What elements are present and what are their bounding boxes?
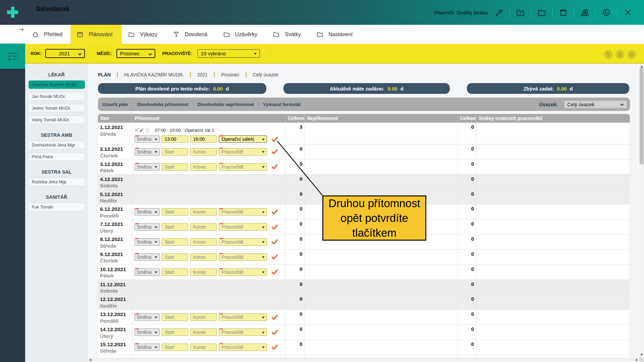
pracoviste-select[interactable]: 15 vybráno: [198, 49, 260, 58]
smena-select[interactable]: Směna: [135, 163, 160, 171]
start-input[interactable]: [162, 135, 188, 143]
tab-svatky[interactable]: Svátky: [267, 25, 310, 44]
filter-action-print-icon[interactable]: [615, 50, 625, 59]
pracoviste-select-cell[interactable]: Pracoviště: [219, 163, 267, 171]
konec-input[interactable]: [190, 238, 217, 246]
sidebar-item[interactable]: Fuk Tomáš: [29, 203, 85, 211]
sidebar-item[interactable]: Docházková Jana Mgr.: [29, 141, 85, 149]
konec-input[interactable]: [190, 163, 217, 171]
smena-select[interactable]: Směna: [135, 223, 160, 231]
scroll-right-icon[interactable]: [636, 359, 638, 361]
confirm-check-button[interactable]: [272, 136, 278, 142]
breadcrumb-item[interactable]: Prosinec: [221, 72, 239, 77]
pracoviste-select-cell[interactable]: Pracoviště: [219, 328, 267, 336]
pracoviste-select-cell[interactable]: Pracoviště: [219, 238, 267, 246]
breadcrumb-item[interactable]: HLAVIČKA KAZIMÍR MUDR.: [124, 72, 184, 77]
konec-input[interactable]: [190, 268, 217, 276]
smena-select[interactable]: Směna: [135, 344, 160, 351]
start-input[interactable]: [162, 328, 188, 336]
topbar-button-folder-icon[interactable]: [531, 0, 552, 25]
tab-nastaveni[interactable]: Nastavení: [310, 25, 362, 44]
scroll-left-icon[interactable]: [90, 359, 91, 361]
confirm-check-button[interactable]: [272, 254, 278, 260]
topbar-button-users-icon[interactable]: [574, 0, 595, 25]
smena-select[interactable]: Směna: [135, 148, 160, 156]
sidebar-item[interactable]: Pilná Petra: [29, 153, 85, 161]
smena-select[interactable]: Směna: [135, 238, 160, 246]
topbar-button-folder-note-icon[interactable]: N: [510, 0, 531, 25]
sidebar-item[interactable]: Ručička Jirka Mgr.: [29, 178, 85, 186]
sidebar-item[interactable]: Jan Novák MUDr.: [29, 92, 85, 101]
confirm-check-button[interactable]: [272, 314, 278, 320]
confirm-check-button[interactable]: [272, 344, 278, 351]
start-input[interactable]: [162, 344, 188, 351]
tab-prehled[interactable]: Přehled: [27, 25, 70, 44]
toolbar-button[interactable]: Dlouhodobá nepřítomnost: [193, 102, 259, 107]
uvazek-select[interactable]: Celý úvazek: [564, 101, 627, 108]
start-input[interactable]: [162, 208, 188, 216]
tab-dovolena[interactable]: Dovolená: [167, 25, 217, 44]
sidebar-item[interactable]: Jedno Tomáš MUDr.: [29, 104, 85, 112]
filter-action-filter-icon[interactable]: [604, 50, 613, 59]
pracoviste-select-cell[interactable]: Pracoviště: [219, 148, 267, 156]
start-input[interactable]: [162, 268, 188, 276]
konec-input[interactable]: [190, 135, 217, 143]
konec-input[interactable]: [190, 208, 217, 216]
confirm-check-button[interactable]: [272, 208, 278, 215]
topbar-button-window-icon[interactable]: [553, 0, 574, 25]
smena-select[interactable]: Směna: [135, 313, 160, 321]
konec-input[interactable]: [190, 313, 217, 321]
konec-input[interactable]: [190, 148, 217, 156]
pracoviste-select-cell[interactable]: Pracoviště: [219, 268, 267, 276]
pracoviste-select-cell[interactable]: Pracoviště: [219, 253, 267, 261]
tab-vykazy[interactable]: Výkazy: [122, 25, 167, 44]
sidebar-item[interactable]: Hlavička Kazimír MUDr.: [29, 80, 85, 89]
scroll-up-icon[interactable]: [640, 66, 643, 67]
horizontal-scrollbar[interactable]: [88, 358, 639, 362]
tab-uzaverky[interactable]: Uzávěrky: [217, 25, 267, 44]
pracoviste-select-cell[interactable]: Operační sálek: [219, 135, 267, 143]
toolbar-button[interactable]: Uzavřít plán: [98, 102, 132, 107]
start-input[interactable]: [162, 148, 188, 156]
smena-select[interactable]: Směna: [135, 253, 160, 261]
topbar-button-settings-icon[interactable]: [596, 0, 617, 25]
smena-select[interactable]: Směna: [135, 268, 160, 276]
confirm-check-button[interactable]: [272, 239, 278, 245]
pracoviste-select-cell[interactable]: Pracoviště: [219, 208, 267, 216]
start-input[interactable]: [162, 223, 188, 231]
topbar-button-close-icon[interactable]: [617, 0, 638, 25]
scroll-down-icon[interactable]: [640, 354, 643, 356]
filter-action-menu-icon[interactable]: [627, 50, 636, 59]
smena-select[interactable]: Směna: [135, 135, 160, 143]
konec-input[interactable]: [190, 223, 217, 231]
toolbar-button[interactable]: Vymazat formulář: [259, 102, 305, 107]
konec-input[interactable]: [190, 328, 217, 336]
confirm-check-button[interactable]: [272, 224, 278, 230]
pracoviste-select-cell[interactable]: Pracoviště: [219, 223, 267, 231]
konec-input[interactable]: [190, 253, 217, 261]
smena-select[interactable]: Směna: [135, 328, 160, 336]
breadcrumb-item[interactable]: Celý úvazek: [253, 72, 278, 77]
pracoviste-select-cell[interactable]: Pracoviště: [219, 313, 267, 321]
mesic-select[interactable]: Prosinec: [116, 49, 155, 58]
breadcrumb-item[interactable]: 2021: [197, 72, 208, 77]
collapse-arrow-icon[interactable]: [19, 27, 24, 32]
sidebar-item[interactable]: Volný Tomáš MUDr.: [29, 116, 85, 124]
delete-entry-button[interactable]: [135, 128, 138, 132]
vertical-scrollbar[interactable]: [639, 64, 644, 358]
checklist-panel-button[interactable]: [0, 44, 25, 69]
confirm-check-button[interactable]: [272, 269, 278, 276]
start-input[interactable]: [162, 313, 188, 321]
toolbar-button[interactable]: Dlouhodobá přítomnost: [133, 102, 193, 107]
start-input[interactable]: [162, 163, 188, 171]
start-input[interactable]: [162, 253, 188, 261]
smena-select[interactable]: Směna: [135, 208, 160, 216]
tab-planovani[interactable]: Plánování: [70, 25, 122, 44]
rok-select[interactable]: 2021: [45, 49, 85, 58]
vertical-scroll-thumb[interactable]: [640, 68, 644, 164]
confirm-check-button[interactable]: [272, 329, 278, 336]
konec-input[interactable]: [190, 344, 217, 351]
confirm-check-button[interactable]: [272, 148, 278, 155]
start-input[interactable]: [162, 238, 188, 246]
topbar-button-key-icon[interactable]: [488, 0, 509, 25]
